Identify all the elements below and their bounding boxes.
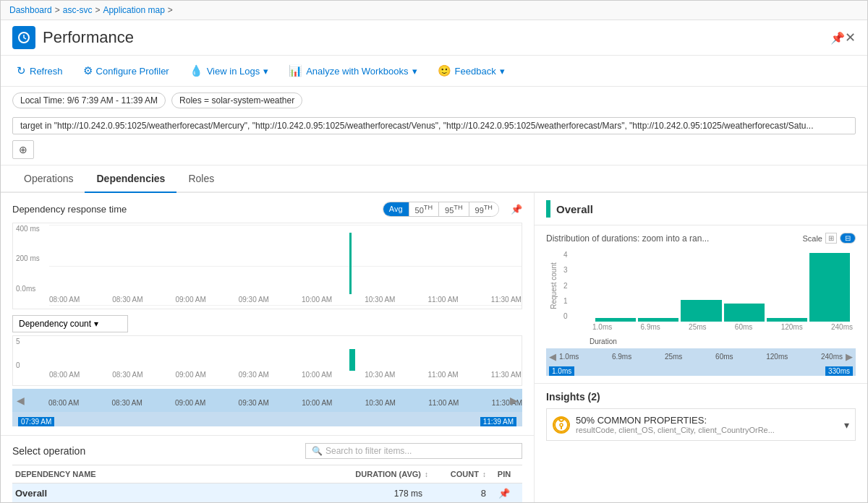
- chart-pin-btn[interactable]: 📌: [511, 204, 522, 215]
- workbooks-icon: 📊: [289, 64, 302, 77]
- count-y-0: 0: [16, 361, 46, 369]
- scale-toggle-btn[interactable]: ⊟: [840, 233, 856, 244]
- view-in-logs-label: View in Logs: [207, 66, 260, 77]
- tl-930: 09:30 AM: [239, 399, 269, 410]
- filter-row-1: Local Time: 9/6 7:39 AM - 11:39 AM Roles…: [12, 93, 856, 108]
- count-spike: [349, 349, 355, 371]
- x-label-930: 09:30 AM: [239, 296, 269, 307]
- dx-69ms: 6.9ms: [641, 323, 660, 335]
- breadcrumb-asc-svc[interactable]: asc-svc: [63, 5, 93, 15]
- feedback-button[interactable]: 🙂 Feedback ▾: [433, 61, 509, 80]
- timeline-scrubber[interactable]: ◀ 08:00 AM 08:30 AM 09:00 AM 09:30 AM 10…: [12, 389, 522, 412]
- pct-99-btn[interactable]: 99TH: [469, 202, 498, 216]
- x-label-1100: 11:00 AM: [427, 296, 458, 307]
- distribution-section: Distribution of durations: zoom into a r…: [535, 225, 867, 384]
- search-box[interactable]: 🔍 Search to filter items...: [305, 443, 522, 459]
- refresh-button[interactable]: ↻ Refresh: [12, 61, 67, 80]
- search-placeholder: Search to filter items...: [326, 446, 412, 456]
- tl-1100: 11:00 AM: [428, 399, 459, 410]
- dist-header: Distribution of durations: zoom into a r…: [546, 233, 856, 244]
- refresh-label: Refresh: [30, 66, 63, 77]
- pct-95-btn[interactable]: 95TH: [439, 202, 469, 216]
- dep-pin-cell[interactable]: 📌: [486, 488, 522, 499]
- insight-item-1[interactable]: 50% COMMON PROPERTIES: resultCode, clien…: [546, 408, 856, 441]
- y-label-400: 400 ms: [16, 225, 46, 233]
- dtl-69ms: 6.9ms: [612, 353, 631, 361]
- dtl-1ms: 1.0ms: [559, 353, 579, 361]
- distribution-chart: Request count 4 3 2 1 0: [546, 249, 856, 336]
- x-label-1030: 10:30 AM: [365, 296, 395, 307]
- col-count-header: COUNT ↕: [428, 470, 486, 478]
- dist-title: Distribution of durations: zoom into a r…: [546, 233, 802, 244]
- dy-1: 1: [563, 297, 587, 305]
- dep-dropdown-chevron: ▾: [94, 319, 98, 329]
- insight-expand-icon[interactable]: ▾: [844, 419, 849, 431]
- breadcrumb-app-map[interactable]: Application map: [103, 5, 164, 15]
- roles-filter[interactable]: Roles = solar-system-weather: [171, 93, 302, 108]
- y-axis-label: Request count: [550, 262, 558, 309]
- x-label-830: 08:30 AM: [112, 296, 142, 307]
- pct-50-btn[interactable]: 50TH: [409, 202, 439, 216]
- tab-dependencies[interactable]: Dependencies: [85, 165, 176, 193]
- timeline-wrapper: ◀ 08:00 AM 08:30 AM 09:00 AM 09:30 AM 10…: [12, 389, 522, 426]
- refresh-icon: ↻: [17, 64, 26, 77]
- left-panel: Dependency response time Avg 50TH 95TH 9…: [1, 193, 535, 502]
- cx-900: 09:00 AM: [175, 371, 205, 385]
- breadcrumb-dashboard[interactable]: Dashboard: [9, 5, 52, 15]
- dist-bar-3: [681, 300, 721, 322]
- cx-1130: 11:30 AM: [491, 371, 522, 385]
- logs-icon: 💧: [190, 64, 203, 77]
- count-chart: 5 0 08:00 AM 08:30 AM 09:00 AM 09:30 AM …: [12, 335, 522, 386]
- dist-tl-left[interactable]: ◀: [549, 351, 556, 362]
- select-op-title: Select operation: [12, 445, 85, 457]
- dx-240ms: 240ms: [831, 323, 853, 335]
- dx-25ms: 25ms: [689, 323, 706, 335]
- tab-operations[interactable]: Operations: [12, 165, 85, 193]
- analyze-workbooks-button[interactable]: 📊 Analyze with Workbooks ▾: [284, 61, 421, 80]
- dist-tl-right[interactable]: ▶: [846, 351, 853, 362]
- timeline-nav-left[interactable]: ◀: [14, 393, 27, 408]
- funnel-button[interactable]: ⊕: [12, 140, 34, 159]
- breadcrumb-sep1: >: [55, 5, 60, 15]
- timeline-nav-right[interactable]: ▶: [507, 393, 521, 408]
- dist-timeline[interactable]: ◀ 1.0ms 6.9ms 25ms 60ms 120ms 240ms ▶: [546, 348, 856, 364]
- timeline-label-row: 07:39 AM 11:39 AM: [12, 412, 522, 426]
- gear-icon: ⚙: [83, 64, 93, 77]
- page-title: Performance: [43, 28, 825, 47]
- configure-profiler-button[interactable]: ⚙ Configure Profiler: [79, 61, 174, 80]
- analyze-workbooks-label: Analyze with Workbooks: [306, 66, 408, 77]
- cx-1000: 10:00 AM: [302, 371, 332, 385]
- response-time-section: Dependency response time Avg 50TH 95TH 9…: [1, 193, 534, 436]
- table-row-overall[interactable]: Overall 178 ms 8 📌: [12, 483, 522, 502]
- tl-1030: 10:30 AM: [365, 399, 396, 410]
- response-time-chart: 400 ms 200 ms 0.0ms 08:00 AM 08:30 AM 09…: [12, 223, 522, 309]
- dep-dropdown-label: Dependency count: [19, 319, 91, 329]
- dtl-60ms: 60ms: [715, 353, 733, 361]
- time-filter[interactable]: Local Time: 9/6 7:39 AM - 11:39 AM: [12, 93, 166, 108]
- insight-subtext: resultCode, client_OS, client_City, clie…: [576, 426, 838, 434]
- pct-avg-btn[interactable]: Avg: [383, 202, 409, 216]
- dist-bars: [590, 249, 856, 322]
- query-filter[interactable]: target in "http://10.242.0.95:1025/weath…: [12, 117, 856, 134]
- breadcrumb-sep2: >: [95, 5, 100, 15]
- analyze-workbooks-chevron: ▾: [412, 66, 417, 77]
- dy-2: 2: [563, 282, 587, 290]
- view-in-logs-button[interactable]: 💧 View in Logs ▾: [185, 61, 273, 80]
- main-window: Dashboard > asc-svc > Application map > …: [0, 0, 868, 503]
- dropdown-row: Dependency count ▾: [12, 315, 522, 332]
- close-button[interactable]: ✕: [845, 30, 856, 46]
- timeline-end-label: 11:39 AM: [480, 417, 516, 426]
- pin-button[interactable]: 📌: [830, 31, 845, 45]
- feedback-chevron: ▾: [500, 66, 505, 77]
- chart-header: Dependency response time Avg 50TH 95TH 9…: [12, 202, 522, 217]
- col-pin-header: PIN: [486, 470, 522, 478]
- dep-dropdown[interactable]: Dependency count ▾: [12, 315, 128, 332]
- feedback-icon: 🙂: [438, 64, 451, 77]
- tab-roles[interactable]: Roles: [176, 165, 226, 193]
- scale-label: Scale: [802, 234, 822, 243]
- overall-title: Overall: [556, 203, 593, 215]
- dy-3: 3: [563, 266, 587, 274]
- breadcrumb: Dashboard > asc-svc > Application map >: [1, 1, 867, 20]
- right-header: Overall: [535, 193, 867, 225]
- duration-label-row: Duration: [546, 336, 856, 345]
